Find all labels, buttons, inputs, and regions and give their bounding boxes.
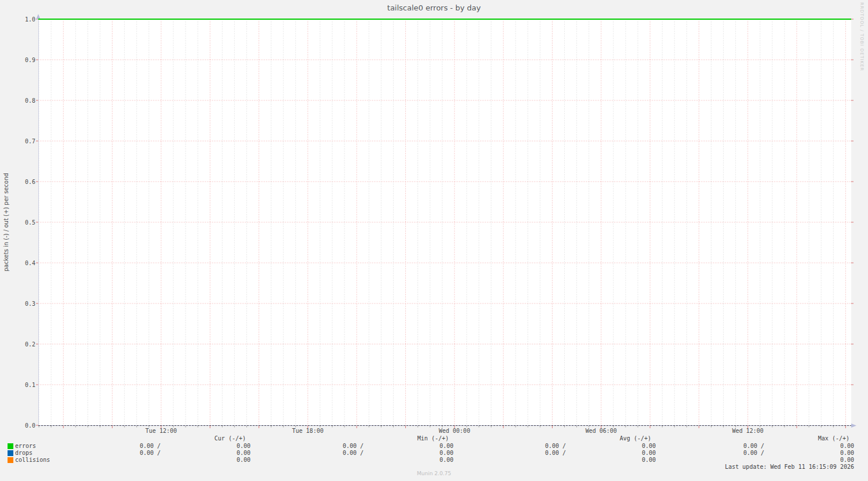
- legend-header: Cur (-/+): [170, 435, 246, 442]
- y-tick-label: 0.2: [0, 341, 35, 348]
- y-tick-label: 0.3: [0, 301, 35, 307]
- last-update: Last update: Wed Feb 11 16:15:09 2026: [564, 464, 854, 470]
- legend-label: collisions: [15, 457, 50, 463]
- legend-header: Avg (-/+): [576, 435, 651, 442]
- legend-header: Max (-/+): [774, 435, 849, 442]
- legend-swatch-errors: [8, 443, 13, 449]
- munin-graph: tailscale0 errors - by day RRDTOOL / TOB…: [0, 0, 868, 481]
- x-tick-label: Tue 12:00: [126, 428, 196, 434]
- legend-value-pos: 0.00: [378, 443, 453, 449]
- legend-value-pos: 0.00: [175, 457, 250, 463]
- y-tick-label: 0.5: [0, 219, 35, 226]
- y-tick-label: 0.0: [0, 422, 35, 429]
- legend-value-pos: 0.00: [175, 450, 250, 456]
- legend-value-pos: 0.00: [580, 443, 656, 449]
- y-tick-label: 0.7: [0, 138, 35, 144]
- legend-value-pos: 0.00: [580, 457, 656, 463]
- legend-value-pos: 0.00: [779, 443, 854, 449]
- legend-value-neg: 0.00 /: [85, 450, 161, 456]
- legend-swatch-collisions: [8, 457, 13, 463]
- x-tick-label: Wed 00:00: [420, 428, 489, 434]
- x-tick-label: Wed 12:00: [713, 428, 783, 434]
- y-tick-label: 0.1: [0, 382, 35, 388]
- legend-value-pos: 0.00: [175, 443, 250, 449]
- legend-value-pos: 0.00: [378, 450, 453, 456]
- x-tick-label: Tue 18:00: [273, 428, 343, 434]
- legend-swatch-drops: [8, 450, 13, 456]
- legend-value-neg: 0.00 /: [288, 450, 364, 456]
- legend-value-neg: 0.00 /: [689, 443, 764, 449]
- legend-value-neg: 0.00 /: [85, 443, 161, 449]
- legend-label: errors: [15, 443, 36, 449]
- legend-label: drops: [15, 450, 32, 456]
- y-tick-label: 0.4: [0, 260, 35, 266]
- legend-value-neg: 0.00 /: [491, 443, 566, 449]
- legend-value-pos: 0.00: [779, 450, 854, 456]
- y-tick-label: 1.0: [0, 16, 35, 23]
- legend-value-pos: 0.00: [378, 457, 453, 463]
- legend-value-pos: 0.00: [580, 450, 656, 456]
- legend-value-pos: 0.00: [779, 457, 854, 463]
- legend-value-neg: 0.00 /: [491, 450, 566, 456]
- y-tick-label: 0.8: [0, 97, 35, 104]
- legend-value-neg: 0.00 /: [689, 450, 764, 456]
- munin-version: Munin 2.0.75: [0, 471, 868, 476]
- plot-area: [0, 0, 868, 481]
- y-tick-label: 0.6: [0, 179, 35, 185]
- y-tick-label: 0.9: [0, 57, 35, 63]
- legend-value-neg: 0.00 /: [288, 443, 364, 449]
- x-tick-label: Wed 06:00: [566, 428, 636, 434]
- legend-header: Min (-/+): [373, 435, 449, 442]
